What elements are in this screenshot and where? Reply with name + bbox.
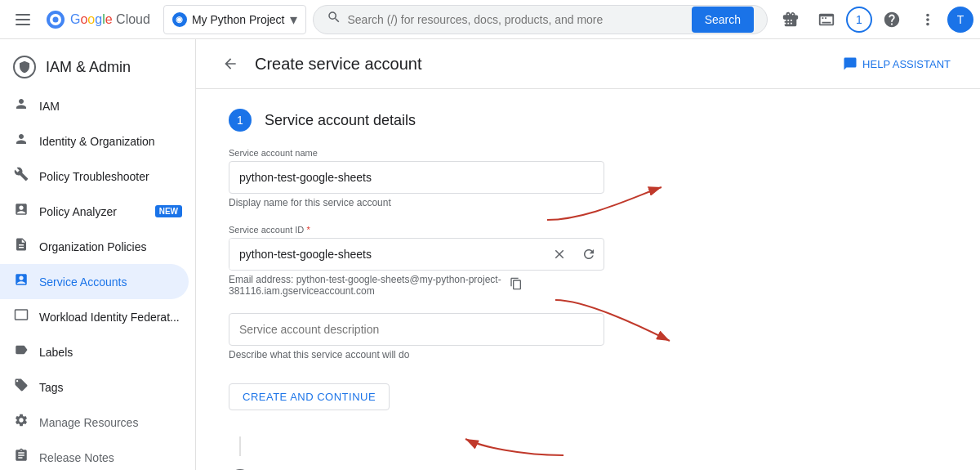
step-divider-1: [239, 436, 241, 456]
create-and-continue-button[interactable]: CREATE AND CONTINUE: [229, 383, 390, 410]
sidebar-item-labels[interactable]: Labels: [0, 334, 195, 369]
manage-resources-icon: [13, 413, 29, 432]
chevron-down-icon: ▾: [290, 11, 297, 29]
email-text: Email address: python-test-google-sheets…: [229, 274, 501, 297]
google-cloud-logo[interactable]: Google Cloud: [46, 10, 150, 29]
wrench-icon: [13, 167, 29, 186]
copy-email-button[interactable]: [508, 275, 524, 295]
id-label: Service account ID *: [229, 225, 817, 235]
sidebar-workload-label: Workload Identity Federat...: [39, 311, 182, 324]
help-assistant-label: HELP ASSISTANT: [862, 58, 951, 70]
step1-section: 1 Service account details Service accoun…: [229, 109, 817, 410]
sidebar-item-iam[interactable]: IAM: [0, 88, 195, 123]
notification-badge[interactable]: 1: [846, 7, 872, 33]
help-assistant-button[interactable]: HELP ASSISTANT: [833, 51, 960, 76]
main-layout: IAM & Admin IAM Identity & Organization: [0, 39, 980, 470]
description-group: Describe what this service account will …: [229, 313, 817, 360]
sidebar-item-workload-identity[interactable]: Workload Identity Federat...: [0, 299, 195, 334]
sidebar-item-policy-analyzer[interactable]: Policy Analyzer NEW: [0, 194, 195, 229]
project-selector[interactable]: ◉ My Python Project ▾: [163, 5, 306, 34]
sidebar-labels-label: Labels: [39, 346, 182, 359]
svg-point-5: [53, 16, 59, 22]
main-content: Create service account HELP ASSISTANT 1 …: [196, 39, 980, 470]
sidebar-item-policy-troubleshooter[interactable]: Policy Troubleshooter: [0, 159, 195, 194]
more-options-icon[interactable]: [911, 3, 944, 36]
sidebar-release-notes-label: Release Notes: [39, 451, 182, 464]
sidebar-item-manage-resources[interactable]: Manage Resources: [0, 405, 195, 440]
project-name: My Python Project: [192, 13, 285, 26]
hamburger-menu[interactable]: [7, 3, 39, 36]
name-label: Service account name: [229, 148, 817, 158]
topbar-icons: 1 T: [774, 3, 973, 36]
search-icon: [327, 10, 341, 29]
arrow3-annotation: [457, 423, 572, 463]
sidebar-item-release-notes[interactable]: Release Notes: [0, 440, 195, 470]
service-account-description-input[interactable]: [229, 313, 604, 346]
iam-shield-icon: [13, 56, 36, 78]
search-button[interactable]: Search: [692, 7, 754, 33]
page-header-left: Create service account: [216, 49, 422, 78]
service-account-id-input[interactable]: [229, 239, 545, 270]
email-row: Email address: python-test-google-sheets…: [229, 274, 817, 297]
step1-number: 1: [229, 109, 252, 132]
step1-title: Service account details: [265, 112, 416, 129]
org-policies-icon: [13, 237, 29, 256]
policy-icon: [13, 202, 29, 221]
sidebar-item-service-accounts[interactable]: Service Accounts: [0, 264, 189, 299]
topbar: Google Cloud ◉ My Python Project ▾ Searc…: [0, 0, 980, 39]
page-title: Create service account: [255, 55, 422, 74]
name-hint: Display name for this service account: [229, 197, 817, 208]
page-header: Create service account HELP ASSISTANT: [196, 39, 980, 89]
terminal-icon[interactable]: [810, 3, 843, 36]
sidebar-manage-resources-label: Manage Resources: [39, 416, 182, 429]
back-button[interactable]: [216, 49, 245, 78]
labels-icon: [13, 342, 29, 361]
svg-rect-1: [16, 19, 30, 20]
sidebar-item-identity-org[interactable]: Identity & Organization: [0, 123, 195, 159]
iam-icon: [13, 96, 29, 115]
sidebar-identity-org-label: Identity & Organization: [39, 135, 182, 148]
sidebar-service-accounts-label: Service Accounts: [39, 275, 176, 289]
sidebar-item-org-policies[interactable]: Organization Policies: [0, 229, 195, 264]
sidebar-tags-label: Tags: [39, 381, 182, 394]
refresh-id-button[interactable]: [574, 239, 604, 269]
identity-icon: [13, 132, 29, 150]
service-accounts-icon: [13, 272, 29, 291]
service-account-id-group: Service account ID *: [229, 225, 817, 297]
avatar[interactable]: T: [947, 7, 973, 33]
new-badge: NEW: [155, 205, 182, 217]
form-content: 1 Service account details Service accoun…: [196, 89, 849, 470]
clear-id-button[interactable]: [545, 239, 574, 269]
tags-icon: [13, 378, 29, 396]
project-icon: ◉: [172, 12, 187, 27]
sidebar-iam-label: IAM: [39, 100, 182, 113]
svg-rect-0: [16, 14, 30, 16]
id-input-wrapper: [229, 238, 604, 271]
release-notes-icon: [13, 448, 29, 467]
sidebar-policy-analyzer-label: Policy Analyzer: [39, 205, 145, 218]
sidebar-org-policies-label: Organization Policies: [39, 240, 182, 253]
workload-icon: [13, 307, 29, 326]
description-hint: Describe what this service account will …: [229, 349, 817, 360]
gift-icon[interactable]: [774, 3, 807, 36]
service-account-name-group: Service account name Display name for th…: [229, 148, 817, 208]
sidebar: IAM & Admin IAM Identity & Organization: [0, 39, 196, 470]
sidebar-title: IAM & Admin: [46, 59, 131, 76]
step1-header: 1 Service account details: [229, 109, 817, 132]
sidebar-header: IAM & Admin: [0, 46, 195, 88]
help-icon[interactable]: [875, 3, 908, 36]
sidebar-item-tags[interactable]: Tags: [0, 369, 195, 405]
service-account-name-input[interactable]: [229, 161, 604, 194]
sidebar-policy-troubleshooter-label: Policy Troubleshooter: [39, 170, 182, 183]
required-star: *: [306, 225, 310, 235]
search-input[interactable]: [348, 13, 685, 26]
search-bar: Search: [313, 5, 768, 34]
svg-rect-2: [16, 24, 30, 25]
